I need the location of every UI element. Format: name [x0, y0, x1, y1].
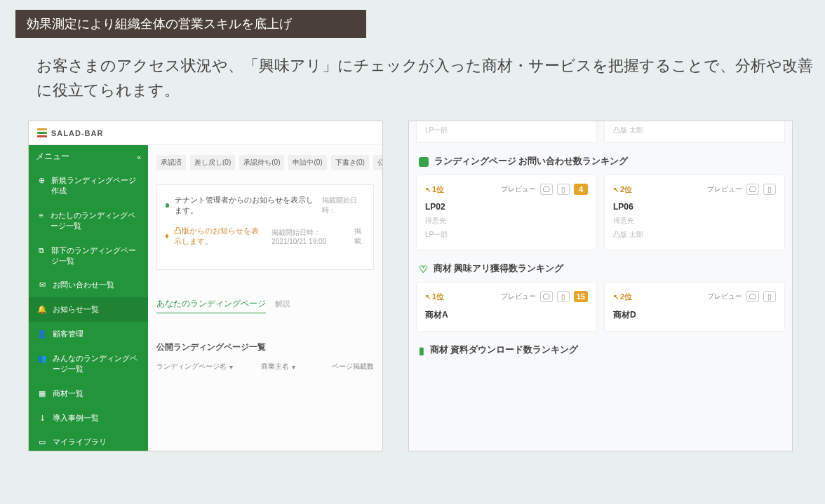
rank-card[interactable]: 1位プレビュー🖵▯15商材A — [416, 282, 597, 332]
count-badge: 4 — [574, 184, 588, 195]
sidebar-icon: 👤 — [37, 329, 47, 339]
sidebar-item[interactable]: ⤓導入事例一覧 — [29, 406, 148, 430]
desktop-icon[interactable]: 🖵 — [540, 291, 553, 302]
desktop-icon[interactable]: 🖵 — [540, 184, 553, 195]
menu-label: メニュー — [36, 151, 69, 163]
section-head[interactable]: あなたのランディングページ — [156, 298, 266, 313]
preview-label: プレビュー — [707, 292, 742, 301]
list-title: 公開ランディングページ一覧 — [156, 341, 374, 353]
sidebar-item[interactable]: ▦商材一覧 — [29, 381, 148, 406]
th-cell[interactable]: ランディングページ名 — [156, 362, 227, 372]
ranking-section-title: ▮ 商材 資料ダウンロード数ランキング — [409, 332, 792, 363]
card-line: 得意先 — [613, 216, 776, 226]
th-cell[interactable]: 商業主名 — [261, 362, 289, 372]
right-screenshot: LP一部 凸版 太郎 ランディングページ お問い合わせ数ランキング 1位プレビュ… — [408, 121, 793, 451]
notice-extra: 掲載 — [354, 226, 365, 246]
card-line: 得意先 — [425, 216, 588, 226]
document-icon: ▮ — [419, 345, 424, 356]
sidebar-icon: ⤓ — [37, 413, 47, 423]
section-sub[interactable]: 解説 — [275, 299, 290, 308]
notice-meta: 掲載開始日時： — [322, 196, 365, 215]
card-line: 凸版 太郎 — [613, 230, 776, 240]
brand-name: SALAD-BAR — [51, 129, 103, 137]
ranking-section-title: ランディングページ お問い合わせ数ランキング — [409, 143, 792, 175]
rank-card[interactable]: 1位プレビュー🖵▯4LP02得意先LP一部 — [416, 175, 597, 250]
card-line: LP一部 — [425, 230, 588, 240]
rank-badge: 1位 — [425, 292, 444, 302]
rank-badge: 2位 — [613, 292, 632, 302]
sort-icon[interactable]: ▾ — [292, 363, 295, 371]
notice-box: テナント管理者からのお知らせを表示します。 掲載開始日時： 凸版からのお知らせを… — [156, 184, 374, 270]
preview-label: プレビュー — [707, 184, 742, 194]
ranking-section-title: ♡ 商材 興味アリ獲得数ランキング — [409, 250, 792, 282]
sidebar-icon: ⊕ — [37, 175, 46, 196]
sidebar-icon: ▦ — [37, 388, 47, 399]
rank-badge: 2位 — [613, 184, 632, 195]
desktop-icon[interactable]: 🖵 — [746, 291, 759, 302]
table-header: ランディングページ名▾ 商業主名▾ ページ掲載数 — [156, 362, 374, 372]
preview-label: プレビュー — [501, 292, 536, 301]
sidebar: メニュー « ⊕新規ランディングページ作成≡わたしのランディングページ一覧⧉部下… — [29, 145, 148, 451]
preview-label: プレビュー — [501, 184, 536, 194]
sidebar-item[interactable]: ▭マイライブラリ — [29, 430, 148, 451]
desktop-icon[interactable]: 🖵 — [746, 184, 759, 195]
sidebar-item[interactable]: ⧉部下のランディングページ一覧 — [29, 238, 148, 273]
sidebar-item[interactable]: ✉お問い合わせ一覧 — [29, 273, 148, 297]
sidebar-item-label: 新規ランディングページ作成 — [51, 175, 141, 196]
sidebar-icon: ⧉ — [37, 245, 46, 266]
rank-badge: 1位 — [425, 184, 444, 195]
notice-text: テナント管理者からのお知らせを表示します。 — [175, 195, 316, 216]
mobile-icon[interactable]: ▯ — [763, 291, 776, 302]
sidebar-item-label: 部下のランディングページ一覧 — [51, 245, 141, 266]
sidebar-item[interactable]: 🔔お知らせ一覧 — [29, 297, 148, 322]
status-tab[interactable]: 差し戻し(0) — [190, 155, 235, 170]
rank-card[interactable]: 2位プレビュー🖵▯商材D — [604, 282, 785, 332]
brand-header: SALAD-BAR — [29, 121, 382, 145]
notice-text: 凸版からのお知らせを表示します。 — [174, 226, 266, 247]
sidebar-icon: 👥 — [37, 353, 47, 374]
sidebar-item-label: お問い合わせ一覧 — [53, 280, 114, 290]
sidebar-icon: ≡ — [37, 210, 45, 231]
sidebar-icon: ✉ — [37, 280, 47, 290]
card-title: LP02 — [425, 202, 588, 212]
mobile-icon[interactable]: ▯ — [557, 291, 570, 302]
status-tab[interactable]: 承認待ち(0) — [239, 155, 284, 170]
dot-icon — [166, 203, 169, 207]
mobile-icon[interactable]: ▯ — [557, 184, 570, 195]
sidebar-item[interactable]: 👤顧客管理 — [29, 322, 148, 346]
notice-meta: 掲載開始日時：2021/10/21 19:00 — [271, 228, 349, 245]
card-title: 商材D — [613, 309, 776, 321]
brand-icon — [37, 128, 47, 138]
heart-icon: ♡ — [419, 264, 428, 275]
title-bar: 効果測定により組織全体の営業スキルを底上げ — [15, 10, 366, 38]
sidebar-item[interactable]: 👥みんなのランディングページ一覧 — [29, 346, 148, 381]
sidebar-item[interactable]: ≡わたしのランディングページ一覧 — [29, 203, 148, 238]
status-tab[interactable]: 申請中(0) — [288, 155, 326, 170]
card-title: LP06 — [613, 202, 776, 212]
sidebar-item[interactable]: ⊕新規ランディングページ作成 — [29, 168, 148, 203]
collapse-icon[interactable]: « — [137, 153, 141, 161]
mobile-icon[interactable]: ▯ — [763, 184, 776, 195]
rank-card[interactable]: 2位プレビュー🖵▯LP06得意先凸版 太郎 — [604, 175, 785, 250]
sidebar-item-label: 顧客管理 — [53, 329, 83, 339]
card-title: 商材A — [425, 309, 588, 321]
stub-left: LP一部 — [416, 121, 597, 143]
dot-icon — [166, 234, 168, 238]
description-text: お客さまのアクセス状況や、「興味アリ」にチェックが入った商材・サービスを把握する… — [36, 53, 825, 102]
stub-right: 凸版 太郎 — [604, 121, 785, 143]
sidebar-item-label: みんなのランディングページ一覧 — [53, 353, 141, 374]
mail-icon — [419, 157, 429, 167]
th-cell[interactable]: ページ掲載数 — [332, 362, 374, 372]
status-tab[interactable]: 下書き(0) — [331, 155, 369, 170]
sidebar-item-label: お知らせ一覧 — [53, 304, 99, 315]
sidebar-icon: ▭ — [37, 437, 47, 447]
status-tab[interactable]: 承認済 — [156, 155, 186, 170]
sidebar-item-label: 導入事例一覧 — [53, 413, 99, 423]
count-badge: 15 — [574, 291, 588, 302]
sidebar-item-label: わたしのランディングページ一覧 — [51, 210, 141, 231]
sidebar-icon: 🔔 — [37, 304, 47, 315]
left-screenshot: SALAD-BAR メニュー « ⊕新規ランディングページ作成≡わたしのランディ… — [28, 121, 383, 451]
sort-icon[interactable]: ▾ — [229, 363, 233, 371]
status-tabs: 承認済差し戻し(0)承認待ち(0)申請中(0)下書き(0)公開中(5)公開一時停… — [156, 155, 374, 170]
status-tab[interactable]: 公開中(5) — [373, 155, 382, 170]
